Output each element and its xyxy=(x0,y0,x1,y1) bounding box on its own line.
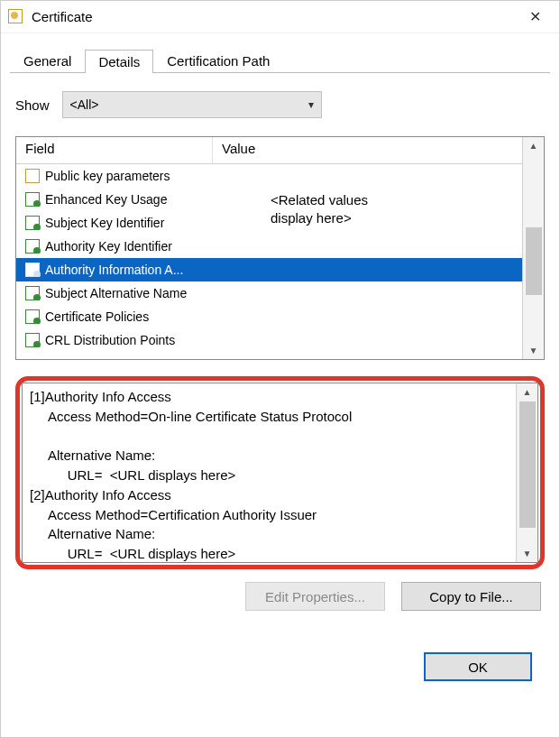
list-row[interactable]: Certificate Policies xyxy=(16,305,522,328)
extension-icon xyxy=(25,309,40,324)
extension-icon xyxy=(25,192,40,207)
detail-text[interactable]: [1]Authority Info Access Access Method=O… xyxy=(23,383,516,562)
close-button[interactable]: ✕ xyxy=(516,1,554,32)
tab-general[interactable]: General xyxy=(10,49,85,72)
col-field[interactable]: Field xyxy=(16,137,213,163)
list-row[interactable]: Authority Key Identifier xyxy=(16,235,522,258)
list-row[interactable]: CRL Distribution Points xyxy=(16,328,522,352)
show-combobox[interactable]: <All> ▾ xyxy=(62,91,322,118)
extension-icon xyxy=(25,263,40,277)
titlebar: Certificate ✕ xyxy=(1,1,559,33)
list-row[interactable]: Enhanced Key Usage xyxy=(16,188,522,211)
extension-icon xyxy=(25,216,40,230)
scroll-thumb[interactable] xyxy=(526,227,542,295)
copy-to-file-button[interactable]: Copy to File... xyxy=(401,582,541,611)
certificate-icon xyxy=(8,9,24,25)
list-row-label: Subject Key Identifier xyxy=(45,216,164,230)
list-row[interactable]: Subject Key Identifier xyxy=(16,211,522,235)
show-filter-row: Show <All> ▾ xyxy=(15,91,545,118)
list-row[interactable]: Subject Alternative Name xyxy=(16,281,522,305)
extension-icon xyxy=(25,286,40,300)
tab-details[interactable]: Details xyxy=(85,50,153,73)
value-placeholder-note: <Related values display here> xyxy=(271,191,368,228)
certificate-dialog: Certificate ✕ General Details Certificat… xyxy=(0,0,560,738)
list-row-label: Certificate Policies xyxy=(45,309,149,324)
chevron-down-icon: ▾ xyxy=(308,98,314,111)
scroll-thumb[interactable] xyxy=(519,401,536,528)
show-label: Show xyxy=(15,97,50,113)
scroll-up-icon[interactable]: ▲ xyxy=(523,383,532,401)
list-scrollbar[interactable]: ▲ ▼ xyxy=(522,137,544,359)
show-combobox-value: <All> xyxy=(70,97,99,112)
field-list: Field Value Public key parametersEnhance… xyxy=(15,136,545,360)
tab-certpath[interactable]: Certification Path xyxy=(153,49,283,72)
detail-highlight-box: [1]Authority Info Access Access Method=O… xyxy=(15,376,545,569)
list-header: Field Value xyxy=(16,137,522,164)
col-value[interactable]: Value xyxy=(213,137,522,163)
list-row[interactable]: Authority Information A... xyxy=(16,258,522,281)
scroll-up-icon[interactable]: ▲ xyxy=(529,137,538,154)
list-row-label: Enhanced Key Usage xyxy=(45,192,167,207)
window-title: Certificate xyxy=(32,9,516,24)
scroll-down-icon[interactable]: ▼ xyxy=(523,545,532,562)
edit-properties-button: Edit Properties... xyxy=(245,582,385,611)
list-row-label: Public key parameters xyxy=(45,169,170,183)
button-row: Edit Properties... Copy to File... xyxy=(10,582,541,611)
extension-icon xyxy=(25,239,40,254)
detail-pane: [1]Authority Info Access Access Method=O… xyxy=(22,383,538,563)
list-row[interactable]: Public key parameters xyxy=(16,164,522,188)
list-row-label: Subject Alternative Name xyxy=(45,286,187,300)
detail-scrollbar[interactable]: ▲ ▼ xyxy=(516,383,537,562)
extension-icon xyxy=(25,333,40,347)
list-row-label: Authority Key Identifier xyxy=(45,239,172,254)
list-row-label: Authority Information A... xyxy=(45,263,183,277)
list-row-label: CRL Distribution Points xyxy=(45,333,175,347)
dialog-footer: OK xyxy=(10,611,550,694)
property-sheet-icon xyxy=(25,169,40,183)
scroll-down-icon[interactable]: ▼ xyxy=(529,342,538,359)
tab-strip: General Details Certification Path xyxy=(10,46,550,73)
ok-button[interactable]: OK xyxy=(424,652,532,681)
